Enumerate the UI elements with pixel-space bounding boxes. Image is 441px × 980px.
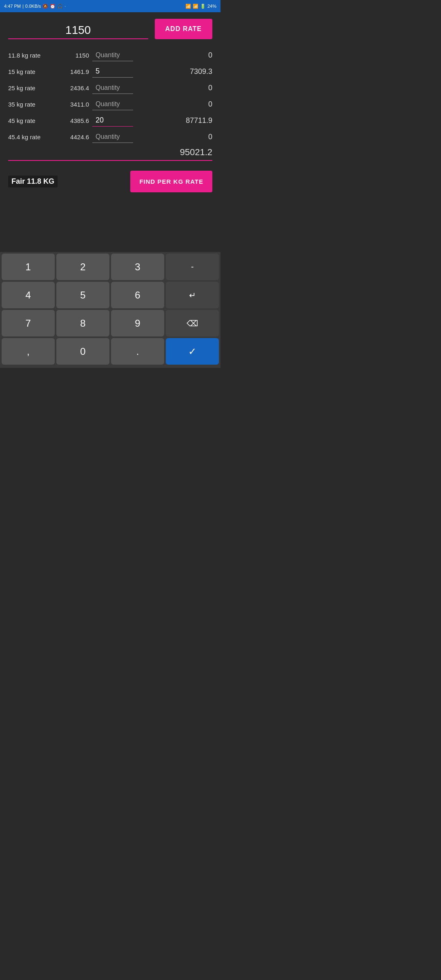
qty-input[interactable] xyxy=(92,131,133,143)
key-8[interactable]: 8 xyxy=(56,310,109,336)
qty-input[interactable] xyxy=(92,98,133,110)
dot-icon: · xyxy=(65,4,66,9)
rate-row: 45 kg rate4385.687711.9 xyxy=(8,114,212,127)
rate-row: 45.4 kg rate4424.60 xyxy=(8,131,212,143)
main-content: ADD RATE 11.8 kg rate1150015 kg rate1461… xyxy=(0,12,220,252)
keyboard-rows: 123-456↵789⌫,0.✓ xyxy=(2,254,219,365)
rate-label: 45.4 kg rate xyxy=(8,134,57,140)
top-row: ADD RATE xyxy=(8,19,212,39)
time: 4:47 PM xyxy=(4,4,21,9)
wifi-icon: 📶 xyxy=(185,4,191,9)
key-7[interactable]: 7 xyxy=(2,310,55,336)
rate-value: 1461.9 xyxy=(60,68,89,75)
rate-value: 2436.4 xyxy=(60,85,89,91)
result-value: 0 xyxy=(136,133,212,141)
key-6[interactable]: 6 xyxy=(111,282,164,308)
rate-value: 1150 xyxy=(60,52,89,59)
keyboard: 123-456↵789⌫,0.✓ xyxy=(0,252,220,368)
rate-row: 25 kg rate2436.40 xyxy=(8,82,212,94)
battery-icon: 🔋 xyxy=(200,4,206,9)
key-1[interactable]: 1 xyxy=(2,254,55,280)
key--[interactable]: - xyxy=(166,254,219,280)
status-bar: 4:47 PM | 0.0KB/s 🔕 ⏰ 🎧 · 📶 📶 🔋 24% xyxy=(0,0,220,12)
rate-row: 11.8 kg rate11500 xyxy=(8,49,212,61)
rate-row: 35 kg rate3411.00 xyxy=(8,98,212,110)
result-value: 0 xyxy=(136,84,212,92)
key-.[interactable]: . xyxy=(111,338,164,365)
find-rate-button[interactable]: FIND PER KG RATE xyxy=(130,171,212,192)
rate-label: 25 kg rate xyxy=(8,85,57,91)
qty-input[interactable] xyxy=(92,65,133,78)
rate-label: 45 kg rate xyxy=(8,117,57,124)
rate-rows-container: 11.8 kg rate1150015 kg rate1461.97309.32… xyxy=(8,49,212,143)
confirm-key[interactable]: ✓ xyxy=(166,338,219,365)
keyboard-row: ,0.✓ xyxy=(2,338,219,365)
rate-input-wrapper xyxy=(8,24,148,39)
key-0[interactable]: 0 xyxy=(56,338,109,365)
add-rate-button[interactable]: ADD RATE xyxy=(155,19,212,39)
key-9[interactable]: 9 xyxy=(111,310,164,336)
rate-label: 11.8 kg rate xyxy=(8,52,57,59)
backspace-key[interactable]: ⌫ xyxy=(166,310,219,336)
total-row: 95021.2 xyxy=(8,147,212,161)
total-value: 95021.2 xyxy=(180,147,212,158)
key-4[interactable]: 4 xyxy=(2,282,55,308)
rate-input[interactable] xyxy=(8,24,148,39)
keyboard-row: 123- xyxy=(2,254,219,280)
battery-percent: 24% xyxy=(207,4,216,9)
qty-input[interactable] xyxy=(92,82,133,94)
fair-label: Fair 11.8 KG xyxy=(8,176,58,187)
result-value: 87711.9 xyxy=(136,116,212,125)
rate-value: 4385.6 xyxy=(60,117,89,124)
result-value: 7309.3 xyxy=(136,67,212,76)
signal-icon: 📶 xyxy=(193,4,198,9)
key-5[interactable]: 5 xyxy=(56,282,109,308)
key-,[interactable]: , xyxy=(2,338,55,365)
rate-label: 15 kg rate xyxy=(8,68,57,75)
key-2[interactable]: 2 xyxy=(56,254,109,280)
qty-input[interactable] xyxy=(92,114,133,127)
qty-input[interactable] xyxy=(92,49,133,61)
rate-label: 35 kg rate xyxy=(8,101,57,108)
result-value: 0 xyxy=(136,51,212,60)
network-speed: | xyxy=(22,4,24,9)
status-right: 📶 📶 🔋 24% xyxy=(185,4,216,9)
keyboard-row: 456↵ xyxy=(2,282,219,308)
headset-icon: 🎧 xyxy=(57,4,63,9)
network-speed-value: 0.0KB/s xyxy=(25,4,41,9)
alarm-icon: ⏰ xyxy=(50,4,56,9)
rate-value: 3411.0 xyxy=(60,101,89,108)
key-↵[interactable]: ↵ xyxy=(166,282,219,308)
result-value: 0 xyxy=(136,100,212,109)
rate-row: 15 kg rate1461.97309.3 xyxy=(8,65,212,78)
bottom-row: Fair 11.8 KG FIND PER KG RATE xyxy=(8,171,212,192)
mute-icon: 🔕 xyxy=(42,4,48,9)
rate-value: 4424.6 xyxy=(60,134,89,140)
key-3[interactable]: 3 xyxy=(111,254,164,280)
status-left: 4:47 PM | 0.0KB/s 🔕 ⏰ 🎧 · xyxy=(4,4,66,9)
keyboard-row: 789⌫ xyxy=(2,310,219,336)
